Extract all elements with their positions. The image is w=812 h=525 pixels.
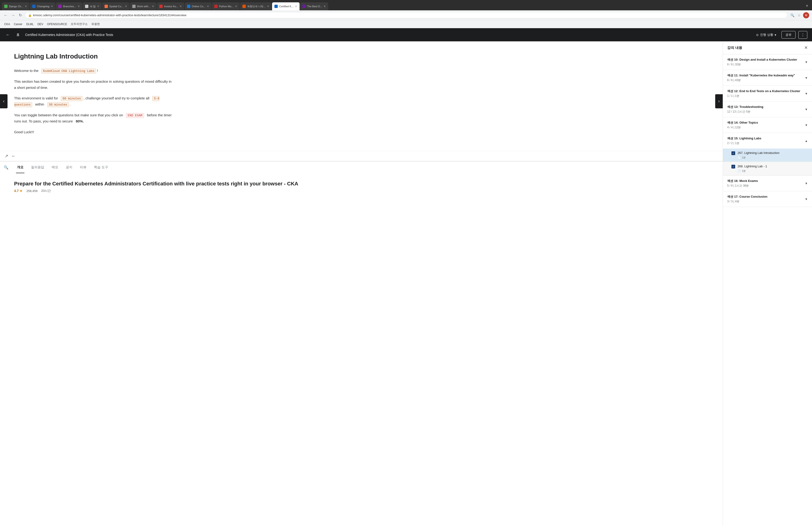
browser-tab-t8[interactable]: Online Co... ✕: [185, 2, 212, 10]
lecture-name: 268. Lightning Lab - 1: [737, 164, 808, 168]
header-right: ⊙ 진행 상황 ▾ 공유 ⋮: [754, 31, 807, 39]
bookmark-item[interactable]: 유용한: [90, 21, 101, 27]
tab-label: Changelog: [37, 5, 49, 8]
tab-favicon: [132, 5, 136, 8]
more-options-button[interactable]: ⋮: [798, 31, 807, 39]
tab-close-icon[interactable]: ✕: [78, 5, 80, 8]
bookmark-item[interactable]: Career: [13, 22, 24, 26]
section-item-2: 섹션 12: End to End Tests on a Kubernetes …: [723, 86, 812, 102]
browser-tab-t4[interactable]: 새 탭 ✕: [83, 2, 102, 10]
section-info: 섹션 11: Install "Kubernetes the kubeadm w…: [727, 73, 805, 82]
lecture-item-0[interactable]: ✓ 267. Lightning Lab Introduction 📄 1분: [723, 149, 812, 162]
bookmarks-bar: CKACareerDLMLDEVOPENSOURCE모두의연구소유용한: [0, 20, 812, 28]
section-header-6[interactable]: 섹션 16: Mock Exams 5 / 6 | 1시간 38분 ▼: [723, 176, 812, 191]
tab-label: Spatial Co...: [109, 5, 123, 8]
tab-close-icon[interactable]: ✕: [295, 5, 297, 8]
browser-tab-t10[interactable]: 욕했던게 니탓... ✕: [240, 2, 272, 10]
browser-tab-t7[interactable]: Invoice fro... ✕: [157, 2, 184, 10]
tab-close-icon[interactable]: ✕: [267, 5, 269, 8]
new-tab-button[interactable]: +: [804, 3, 810, 10]
reload-button[interactable]: ↻: [18, 12, 23, 18]
tab-close-icon[interactable]: ✕: [97, 5, 99, 8]
prev-lecture-button[interactable]: ‹: [0, 94, 7, 108]
browser-tab-t3[interactable]: Branches... ✕: [56, 2, 82, 10]
course-meta: 4.7 ★ 258,459 23시간: [14, 189, 709, 193]
tab-label: Python Mu...: [219, 5, 233, 8]
section-header-3[interactable]: 섹션 13: Troubleshooting 12 / 13 | 1시간 5분 …: [723, 102, 812, 117]
bottom-tab-메모[interactable]: 메모: [51, 162, 59, 173]
tab-close-icon[interactable]: ✕: [235, 5, 237, 8]
end-exam-badge: END EXAM: [126, 113, 144, 118]
section-name: 섹션 10: Design and Install a Kubernetes C…: [727, 58, 805, 62]
tab-favicon: [302, 5, 306, 8]
bottom-tab-리뷰[interactable]: 리뷰: [79, 162, 88, 173]
bookmark-item[interactable]: 모두의연구소: [69, 21, 89, 27]
section-header-2[interactable]: 섹션 12: End to End Tests on a Kubernetes …: [723, 86, 812, 101]
tab-close-icon[interactable]: ✕: [152, 5, 154, 8]
tab-close-icon[interactable]: ✕: [207, 5, 209, 8]
bookmark-icon-btn[interactable]: ☆: [797, 13, 802, 18]
profile-icon-btn[interactable]: U: [803, 12, 809, 18]
tab-favicon: [105, 5, 108, 8]
star-icon: ★: [19, 189, 22, 193]
tab-bar: Django Ch... ✕ Changelog ✕ Branches... ✕…: [0, 0, 812, 10]
bottom-tabs: 🔍 개요질의응답메모공지리뷰학습 도구: [0, 161, 723, 173]
bookmark-item[interactable]: DEV: [36, 22, 45, 26]
tab-label: 새 탭: [90, 5, 96, 8]
env-suffix: .: [70, 102, 71, 106]
chevron-icon: ▼: [805, 92, 808, 95]
bottom-tab-학습 도구[interactable]: 학습 도구: [93, 162, 109, 173]
bottom-search-button[interactable]: 🔍: [4, 165, 9, 170]
back-button[interactable]: ←: [3, 12, 9, 18]
tab-label: Online Co...: [192, 5, 205, 8]
back-nav-button[interactable]: ←: [5, 31, 11, 38]
tab-close-icon[interactable]: ✕: [25, 5, 27, 8]
sidebar-close-button[interactable]: ✕: [804, 45, 808, 50]
section-name: 섹션 13: Troubleshooting: [727, 105, 805, 109]
kodecloud-badge: KodeKloud CKA Lightning Labs: [41, 69, 96, 74]
bottom-tab-개요[interactable]: 개요: [16, 162, 25, 173]
section-header-4[interactable]: 섹션 14: Other Topics 4 / 4 | 12분 ▼: [723, 117, 812, 133]
bottom-tab-공지[interactable]: 공지: [65, 162, 73, 173]
course-rating: 4.7 ★: [14, 189, 22, 193]
chevron-icon: ▼: [805, 197, 808, 201]
browser-tab-t1[interactable]: Django Ch... ✕: [2, 2, 29, 10]
section-item-0: 섹션 10: Design and Install a Kubernetes C…: [723, 54, 812, 70]
tab-close-icon[interactable]: ✕: [180, 5, 182, 8]
tab-close-icon[interactable]: ✕: [51, 5, 53, 8]
section-header-7[interactable]: 섹션 17: Course Conclusion 3 / 3 | 4분 ▼: [723, 191, 812, 207]
bookmark-item[interactable]: DLML: [25, 22, 35, 26]
30min-badge: 30 minutes: [47, 102, 69, 107]
browser-tab-t12[interactable]: The Best D... ✕: [300, 2, 328, 10]
next-lecture-button[interactable]: ›: [715, 94, 723, 108]
section-header-0[interactable]: 섹션 10: Design and Install a Kubernetes C…: [723, 54, 812, 70]
browser-tab-t2[interactable]: Changelog ✕: [30, 2, 56, 10]
home-button[interactable]: 홈: [15, 32, 21, 38]
tab-close-icon[interactable]: ✕: [125, 5, 127, 8]
section-header-5[interactable]: 섹션 15: Lightning Labs 2 / 2 | 1분 ▲: [723, 133, 812, 149]
search-icon-btn[interactable]: 🔍: [790, 13, 795, 18]
browser-tab-t5[interactable]: Spatial Co... ✕: [102, 2, 129, 10]
nav-bar: ← → ↻ 🔒 kmooc.udemy.com/course/certified…: [0, 10, 812, 20]
bottom-tab-질의응답[interactable]: 질의응답: [30, 162, 45, 173]
browser-tab-t11[interactable]: Certified K... ✕: [272, 2, 300, 10]
browser-tab-t6[interactable]: Work with... ✕: [130, 2, 156, 10]
address-bar[interactable]: 🔒 kmooc.udemy.com/course/certified-kuber…: [25, 12, 787, 18]
share-button[interactable]: 공유: [781, 31, 796, 39]
bookmark-item[interactable]: OPENSOURCE: [46, 22, 68, 26]
resize-button[interactable]: ↔: [11, 154, 15, 159]
progress-button[interactable]: ⊙ 진행 상황 ▾: [754, 31, 779, 38]
forward-button[interactable]: →: [10, 12, 16, 18]
tab-close-icon[interactable]: ✕: [323, 5, 326, 8]
bookmark-item[interactable]: CKA: [3, 22, 12, 26]
section-info: 섹션 10: Design and Install a Kubernetes C…: [727, 58, 805, 66]
course-title: Certified Kubernetes Administrator (CKA)…: [25, 33, 750, 37]
section-header-1[interactable]: 섹션 11: Install "Kubernetes the kubeadm w…: [723, 70, 812, 86]
course-duration: 23시간: [41, 189, 50, 193]
section-info: 섹션 16: Mock Exams 5 / 6 | 1시간 38분: [727, 179, 805, 188]
browser-tab-t9[interactable]: Python Mu... ✕: [212, 2, 240, 10]
lecture-duration: 📄 1분: [737, 156, 808, 159]
expand-button[interactable]: ↗: [5, 153, 8, 159]
lecture-item-1[interactable]: ✓ 268. Lightning Lab - 1 📄 1분: [723, 162, 812, 175]
chevron-icon: ▼: [805, 60, 808, 64]
